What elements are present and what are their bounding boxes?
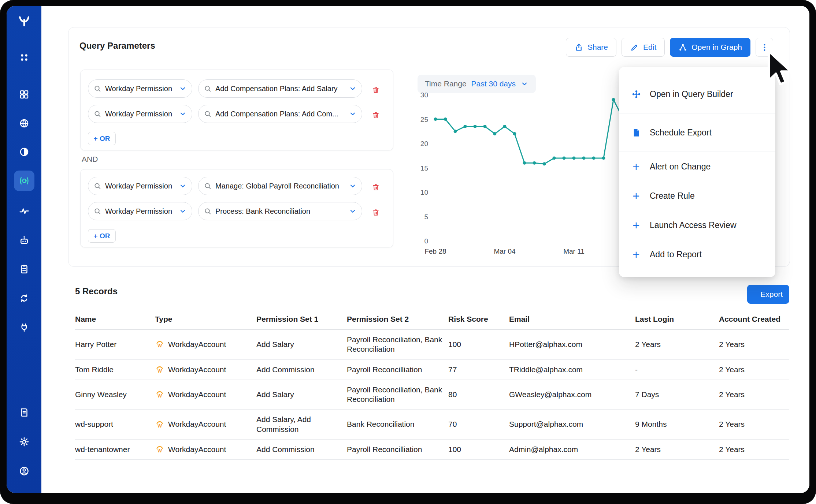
kebab-icon (760, 43, 769, 52)
table-row[interactable]: Tom RiddleWWorkdayAccountAdd CommissionP… (75, 359, 789, 380)
cell-name: wd-support (75, 410, 155, 440)
field-select[interactable]: Workday Permission (88, 202, 192, 220)
sidebar-item-apps[interactable] (14, 47, 34, 68)
cell-risk: 77 (448, 359, 509, 380)
insights-pie-icon (19, 146, 30, 157)
svg-text:W: W (157, 393, 162, 399)
records-table: Name Type Permission Set 1 Permission Se… (75, 309, 789, 460)
search-icon (93, 207, 101, 215)
sidebar-item-settings[interactable] (14, 432, 34, 452)
open-in-graph-button[interactable]: Open in Graph (670, 38, 750, 57)
chart-points (434, 98, 625, 166)
query-row: Workday Permission Add Compensation Plan… (88, 79, 383, 98)
query-row: Workday Permission Process: Bank Reconci… (88, 202, 383, 220)
field-select[interactable]: Workday Permission (88, 105, 192, 123)
column-header-permission-set-1[interactable]: Permission Set 1 (256, 309, 347, 330)
sidebar-item-logo[interactable] (14, 11, 34, 31)
sidebar-item-docs[interactable] (14, 402, 34, 423)
dashboard-icon (19, 89, 30, 100)
chart-x-labels: Feb 28Mar 04Mar 11 (424, 247, 584, 255)
svg-text:W: W (157, 343, 162, 348)
sidebar-item-automation[interactable] (14, 230, 34, 251)
sidebar-item-sync[interactable] (14, 288, 34, 309)
add-or-button[interactable]: + OR (88, 132, 116, 145)
menu-item-label: Alert on Change (650, 162, 711, 172)
svg-text:30: 30 (420, 91, 428, 99)
menu-item-open-in-query-builder[interactable]: Open in Query Builder (619, 75, 775, 113)
query-group-2: Workday Permission Manage: Global Payrol… (80, 169, 393, 247)
table-row[interactable]: wd-supportWWorkdayAccountAdd Salary, Add… (75, 410, 789, 440)
plus-icon (630, 161, 642, 173)
value-select[interactable]: Add Compensation Plans: Add Com... (198, 105, 362, 123)
value-select[interactable]: Process: Bank Reconciliation (198, 202, 362, 220)
column-header-last-login[interactable]: Last Login (635, 309, 719, 330)
column-header-risk-score[interactable]: Risk Score (448, 309, 509, 330)
delete-row-button[interactable] (368, 105, 383, 123)
risk-line-chart: 051015202530 Feb 28Mar 04Mar 11 (414, 88, 641, 260)
trash-icon (372, 182, 380, 190)
chevron-down-icon (179, 85, 187, 93)
cell-last_login: 2 Years (635, 439, 719, 459)
table-row[interactable]: wd-tenantownerWWorkdayAccountAdd Commiss… (75, 439, 789, 459)
field-select[interactable]: Workday Permission (88, 79, 192, 98)
table-row[interactable]: Ginny WeasleyWWorkdayAccountAdd SalaryPa… (75, 380, 789, 410)
workday-logo-icon: W (155, 420, 164, 429)
more-actions-button[interactable] (756, 38, 773, 57)
search-icon (93, 182, 101, 190)
menu-item-label: Launch Access Review (650, 220, 737, 230)
menu-item-add-to-report[interactable]: Add to Report (619, 240, 775, 269)
query-row: Workday Permission Add Compensation Plan… (88, 105, 383, 123)
value-select[interactable]: Manage: Global Payroll Reconciliation (198, 177, 362, 195)
sidebar-item-globe[interactable] (14, 113, 34, 134)
sidebar-item-integrations[interactable] (14, 317, 34, 338)
delete-row-button[interactable] (368, 202, 383, 220)
app-window: Query Parameters Share Edit Open in Grap… (7, 6, 809, 493)
menu-item-create-rule[interactable]: Create Rule (619, 181, 775, 210)
export-button[interactable]: Export (747, 285, 789, 304)
account-person-icon (19, 466, 30, 477)
delete-row-button[interactable] (368, 79, 383, 98)
menu-item-launch-access-review[interactable]: Launch Access Review (619, 210, 775, 240)
sidebar-item-access-graph[interactable] (14, 171, 34, 191)
plus-icon (630, 249, 642, 261)
svg-text:10: 10 (420, 188, 428, 196)
column-header-account-created[interactable]: Account Created (719, 309, 789, 330)
field-select[interactable]: Workday Permission (88, 177, 192, 195)
sidebar-item-activity[interactable] (14, 201, 34, 221)
workday-logo-icon: W (155, 340, 164, 349)
globe-icon (19, 118, 30, 129)
table-row[interactable]: Harry PotterWWorkdayAccountAdd SalaryPay… (75, 330, 789, 360)
actions-menu: Open in Query Builder Schedule Export Al… (619, 67, 775, 277)
page-title: Query Parameters (79, 41, 155, 51)
cell-last_login: - (635, 359, 719, 380)
sidebar-item-insights[interactable] (14, 142, 34, 162)
docs-book-icon (19, 407, 30, 418)
apps-grid-icon (19, 52, 30, 63)
cell-name: Ginny Weasley (75, 380, 155, 410)
query-row: Workday Permission Manage: Global Payrol… (88, 177, 383, 195)
workday-logo-icon: W (155, 390, 164, 399)
column-header-email[interactable]: Email (509, 309, 635, 330)
menu-item-label: Create Rule (650, 191, 695, 201)
add-or-button[interactable]: + OR (88, 229, 116, 243)
sidebar-item-account[interactable] (14, 461, 34, 481)
value-select[interactable]: Add Compensation Plans: Add Salary (198, 79, 362, 98)
menu-item-alert-on-change[interactable]: Alert on Change (619, 152, 775, 181)
column-header-permission-set-2[interactable]: Permission Set 2 (347, 309, 448, 330)
sidebar-item-tasks[interactable] (14, 259, 34, 279)
column-header-name[interactable]: Name (75, 309, 155, 330)
sidebar-item-dashboards[interactable] (14, 84, 34, 105)
edit-button[interactable]: Edit (622, 38, 665, 57)
share-button[interactable]: Share (566, 38, 616, 57)
cell-last_login: 9 Months (635, 410, 719, 440)
menu-item-schedule-export[interactable]: Schedule Export (619, 113, 775, 152)
cell-type: WWorkdayAccount (155, 330, 256, 360)
delete-row-button[interactable] (368, 177, 383, 195)
column-header-type[interactable]: Type (155, 309, 256, 330)
chart-line (435, 100, 623, 164)
svg-text:Feb 28: Feb 28 (424, 247, 446, 255)
cell-type: WWorkdayAccount (155, 439, 256, 459)
svg-text:Mar 11: Mar 11 (563, 247, 585, 255)
time-range-value: Past 30 days (471, 79, 516, 88)
bot-icon (19, 235, 30, 246)
